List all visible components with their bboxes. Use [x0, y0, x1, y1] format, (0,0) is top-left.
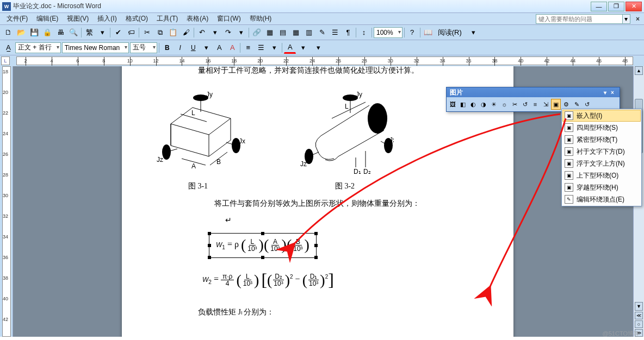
toolbar-overflow-button[interactable]: ▾ — [468, 27, 480, 39]
color-button[interactable]: ◧ — [458, 99, 468, 110]
picture-toolbar-close-button[interactable]: × — [609, 89, 616, 96]
scroll-up-button[interactable]: ▲ — [635, 66, 643, 75]
help-search-dropdown[interactable]: ▾ — [623, 14, 630, 24]
menu-tools[interactable]: 工具(T) — [152, 13, 182, 24]
italic-button[interactable]: I — [174, 42, 186, 54]
insert-picture-button[interactable]: 🖼 — [448, 99, 457, 110]
toolbar-sep — [193, 27, 195, 39]
standard-toolbar: 🗋 📂 💾 🔒 🖶 🔍 繁 ▾ ✔ 🏷 ✂ ⧉ 📋 🖌 ↶ ▾ ↷ ▾ 🔗 ▦ … — [0, 25, 644, 40]
window-close-button[interactable]: ✕ — [626, 2, 642, 11]
reset-picture-button[interactable]: ↺ — [582, 99, 592, 110]
less-brightness-button[interactable]: ☼ — [499, 99, 509, 110]
font-combo[interactable]: Times New Roman — [62, 42, 129, 53]
menu-format[interactable]: 格式(O) — [121, 13, 152, 24]
menu-file[interactable]: 文件(F) — [2, 13, 32, 24]
menu-help[interactable]: 帮助(H) — [245, 13, 276, 24]
toolbar2-overflow-button[interactable]: ▾ — [312, 42, 324, 54]
window-minimize-button[interactable]: — — [591, 2, 607, 11]
align-dist-button[interactable]: ☰ — [255, 42, 267, 54]
new-doc-button[interactable]: 🗋 — [2, 27, 14, 39]
browse-object-button[interactable]: ○ — [635, 320, 643, 328]
chinese-sc-button[interactable]: 繁 — [83, 27, 95, 39]
font-color-dd-button[interactable]: ▾ — [297, 42, 309, 54]
underline-dd-button[interactable]: ▾ — [200, 42, 212, 54]
format-painter-button[interactable]: 🖌 — [180, 27, 192, 39]
print-preview-button[interactable]: 🔍 — [67, 27, 79, 39]
rotate-left-button[interactable]: ↺ — [520, 99, 530, 110]
align-dd-button[interactable]: ▾ — [268, 42, 280, 54]
equation-object-selected[interactable]: W1 = ρ (L10³)(A10³)(B10³) — [209, 233, 317, 258]
more-brightness-button[interactable]: ☀ — [489, 99, 499, 110]
document-close-button[interactable]: × — [634, 15, 642, 23]
menu-insert[interactable]: 插入(I) — [93, 13, 121, 24]
docmap-button[interactable]: ☰ — [329, 27, 341, 39]
format-picture-button[interactable]: ⚙ — [561, 99, 571, 110]
tables-borders-button[interactable]: ▦ — [264, 27, 276, 39]
align-left-button[interactable]: ≡ — [242, 42, 254, 54]
wrap-through-item[interactable]: ▣穿越型环绕(H) — [562, 181, 641, 193]
menu-edit[interactable]: 编辑(E) — [32, 13, 63, 24]
menu-view[interactable]: 视图(V) — [63, 13, 93, 24]
scroll-down-button[interactable]: ▼ — [635, 302, 643, 311]
less-contrast-button[interactable]: ◑ — [479, 99, 488, 110]
read-layout-icon[interactable]: 📖 — [422, 27, 434, 39]
cut-button[interactable]: ✂ — [141, 27, 153, 39]
redo-dd-button[interactable]: ▾ — [235, 27, 247, 39]
vertical-text-button[interactable]: ↕ — [358, 27, 370, 39]
drawing-button[interactable]: ✎ — [316, 27, 328, 39]
spellcheck-button[interactable]: ✔ — [112, 27, 124, 39]
text-wrapping-menu: ▣嵌入型(I) ▣四周型环绕(S) ▣紧密型环绕(T) ▣衬于文字下方(D) ▣… — [561, 109, 642, 206]
picture-toolbar-options-button[interactable]: ▾ — [601, 89, 609, 96]
wrap-front-item[interactable]: ▣浮于文字上方(N) — [562, 158, 641, 169]
paste-button[interactable]: 📋 — [167, 27, 179, 39]
open-button[interactable]: 📂 — [15, 27, 27, 39]
vertical-ruler[interactable]: 18202224262830323436384042 — [0, 66, 13, 337]
set-transparent-button[interactable]: ✎ — [572, 99, 581, 110]
figure-3-2: Jy L Jz Jx D₁ D₂ — [296, 86, 394, 178]
compress-button[interactable]: ⇲ — [541, 99, 550, 110]
ruler-corner-tab[interactable]: L — [1, 56, 10, 65]
wrap-tight-item[interactable]: ▣紧密型环绕(T) — [562, 134, 641, 146]
zoom-combo[interactable]: 100% — [374, 27, 403, 38]
help-search-input[interactable] — [536, 14, 623, 24]
redo-button[interactable]: ↷ — [222, 27, 234, 39]
print-button[interactable]: 🖶 — [54, 27, 66, 39]
bold-button[interactable]: B — [161, 42, 173, 54]
undo-button[interactable]: ↶ — [196, 27, 208, 39]
wrap-inline-item[interactable]: ▣嵌入型(I) — [562, 110, 641, 122]
menu-window[interactable]: 窗口(W) — [213, 13, 245, 24]
style-combo[interactable]: 正文 + 首行 — [15, 42, 61, 53]
permission-button[interactable]: 🔒 — [41, 27, 53, 39]
more-contrast-button[interactable]: ◐ — [468, 99, 478, 110]
text-wrapping-button[interactable]: ▣ — [551, 99, 561, 110]
columns-button[interactable]: ▥ — [303, 27, 315, 39]
wrap-topbottom-item[interactable]: ▣上下型环绕(O) — [562, 169, 641, 181]
underline-button[interactable]: U — [187, 42, 199, 54]
wrap-square-item[interactable]: ▣四周型环绕(S) — [562, 122, 641, 134]
insert-table-button[interactable]: ▤ — [277, 27, 289, 39]
copy-button[interactable]: ⧉ — [154, 27, 166, 39]
undo-dd-button[interactable]: ▾ — [209, 27, 221, 39]
line-style-button[interactable]: ≡ — [530, 99, 540, 110]
styles-task-button[interactable]: A̲ — [2, 42, 14, 54]
show-paragraph-button[interactable]: ¶ — [342, 27, 354, 39]
horizontal-ruler[interactable]: 2468101214161820222426283032343638404244… — [16, 56, 633, 65]
crop-button[interactable]: ✂ — [510, 99, 519, 110]
char-border-button[interactable]: A — [213, 42, 225, 54]
save-button[interactable]: 💾 — [28, 27, 40, 39]
chinese-sc-dd-button[interactable]: ▾ — [96, 27, 108, 39]
hyperlink-button[interactable]: 🔗 — [251, 27, 263, 39]
excel-button[interactable]: ▦ — [290, 27, 302, 39]
help-button[interactable]: ? — [406, 27, 418, 39]
svg-text:Jy: Jy — [356, 91, 362, 98]
read-layout-button[interactable]: 阅读(R) — [435, 27, 465, 39]
char-shading-button[interactable]: A — [226, 42, 238, 54]
font-color-button[interactable]: A — [284, 42, 296, 54]
window-maximize-button[interactable]: ❐ — [608, 2, 624, 11]
prev-page-button[interactable]: ≪ — [635, 312, 643, 319]
menu-table[interactable]: 表格(A) — [182, 13, 213, 24]
wrap-editpoints-item[interactable]: ✎编辑环绕顶点(E) — [562, 193, 641, 205]
fontsize-combo[interactable]: 五号 — [130, 42, 157, 53]
research-button[interactable]: 🏷 — [125, 27, 137, 39]
wrap-behind-item[interactable]: ▣衬于文字下方(D) — [562, 146, 641, 158]
